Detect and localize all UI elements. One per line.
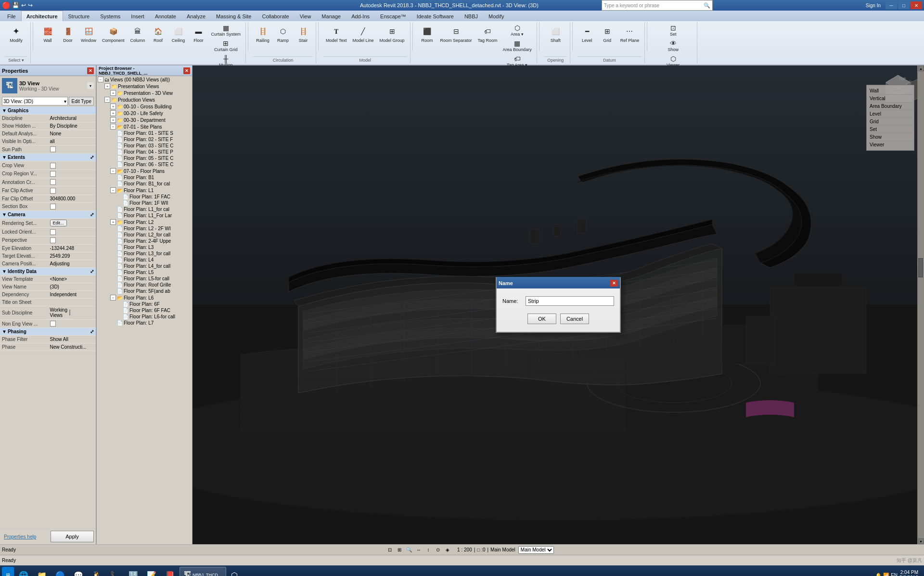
redo-icon[interactable]: ↪: [28, 2, 33, 9]
section-identity-data-header[interactable]: ▼ Identity Data ⤢: [0, 268, 96, 275]
tree-item-fp-02-site-f[interactable]: 📄 Floor Plan: 02 - SITE F: [97, 136, 192, 143]
section-phasing-header[interactable]: ▼ Phasing ⤢: [0, 328, 96, 335]
sub-discipline-checkbox[interactable]: [69, 310, 70, 315]
tree-expand-root[interactable]: −: [98, 77, 103, 82]
prop-default-analysis-value[interactable]: None: [48, 130, 96, 138]
ribbon-btn-tag-room[interactable]: 🏷 Tag Room: [475, 23, 500, 44]
tree-expand-prodv[interactable]: −: [104, 97, 110, 103]
tree-item-fp-5f-and-ab[interactable]: 📄 Floor Plan: 5F(and ab: [97, 288, 192, 294]
ribbon-btn-area-boundary[interactable]: ▦ Area Boundary: [501, 39, 534, 53]
tree-expand-fp-l2[interactable]: +: [110, 219, 116, 225]
project-browser-close-btn[interactable]: ✕: [183, 67, 190, 74]
tree-item-fp-l7[interactable]: 📄 Floor Plan: L7: [97, 320, 192, 326]
ribbon-btn-curtain-grid[interactable]: ⊞ Curtain Grid: [209, 39, 243, 53]
tree-item-fp-6f-fac[interactable]: 📄 Floor Plan: 6F FAC: [97, 307, 192, 314]
perspective-checkbox[interactable]: [50, 237, 56, 243]
prop-sun-path-value[interactable]: [48, 145, 96, 154]
view-selector-dropdown[interactable]: 3D View: (3D) ▾: [2, 97, 68, 105]
tray-icon-1[interactable]: 🔔: [875, 573, 881, 576]
tab-annotate[interactable]: Annotate: [150, 11, 181, 21]
prop-title-on-sheet-value[interactable]: [48, 298, 96, 306]
tab-modify[interactable]: Modify: [483, 11, 509, 21]
tree-item-fp-03-site-c[interactable]: 📄 Floor Plan: 03 - SITE C: [97, 143, 192, 149]
tree-item-fp-l3[interactable]: 📄 Floor Plan: L3: [97, 244, 192, 250]
ribbon-btn-model-line[interactable]: ╱ Model Line: [350, 23, 376, 44]
search-icon[interactable]: 🔍: [704, 2, 710, 9]
properties-close-btn[interactable]: ✕: [87, 67, 94, 74]
ribbon-btn-window[interactable]: 🪟 Window: [78, 23, 99, 44]
section-graphics-header[interactable]: ▼ Graphics: [0, 107, 96, 114]
tree-item-root[interactable]: − 🗂 Views (00 NBBJ Views (all)): [97, 76, 192, 83]
tree-item-production-views[interactable]: − 📁 Production Views: [97, 96, 192, 103]
ribbon-btn-model-text[interactable]: 𝐓 Model Text: [323, 23, 349, 44]
taskbar-chrome-btn[interactable]: 🔵: [51, 567, 69, 576]
ribbon-btn-ramp[interactable]: ⬡ Ramp: [273, 23, 293, 44]
tree-item-fp-05-site-c[interactable]: 📄 Floor Plan: 05 - SITE C: [97, 155, 192, 161]
tree-item-fp-l2-2f-wi[interactable]: 📄 Floor Plan: L2 - 2F WI: [97, 225, 192, 232]
ribbon-btn-shaft[interactable]: ⬜ Shaft: [546, 23, 565, 44]
taskbar-folder-btn[interactable]: 📁: [33, 567, 51, 576]
section-extents-header[interactable]: ▼ Extents ⤢: [0, 154, 96, 161]
ribbon-btn-room-separator[interactable]: ⊟ Room Separator: [438, 23, 475, 44]
prop-eye-elevation-value[interactable]: -13244.248: [48, 244, 96, 252]
sign-in-btn[interactable]: Sign In: [866, 3, 881, 8]
view-ctrl-model-select[interactable]: Main Model: [518, 546, 554, 554]
tree-item-fp-1f-wii[interactable]: 📄 Floor Plan: 1F WII: [97, 200, 192, 206]
section-box-checkbox[interactable]: [50, 204, 56, 209]
properties-help-link[interactable]: Properties help: [2, 532, 38, 541]
ribbon-btn-ref-plane[interactable]: ⋯ Ref Plane: [618, 23, 642, 44]
view-ctrl-icon-1[interactable]: ⊡: [386, 546, 394, 554]
tree-item-fp-roof-grille[interactable]: 📄 Floor Plan: Roof Grille: [97, 282, 192, 288]
taskbar-skype-btn[interactable]: 📞: [106, 567, 124, 576]
tab-nbbj[interactable]: NBBJ: [459, 11, 483, 21]
ribbon-btn-ceiling[interactable]: ⬜ Ceiling: [169, 23, 188, 44]
tree-expand-fp-l6[interactable]: −: [110, 295, 116, 301]
tree-expand-pv[interactable]: +: [104, 83, 110, 89]
rendering-set-edit-btn[interactable]: Edit...: [50, 220, 67, 226]
tab-collaborate[interactable]: Collaborate: [257, 11, 294, 21]
ribbon-btn-roof[interactable]: 🏠 Roof: [149, 23, 168, 44]
view-ctrl-icon-4[interactable]: ↔: [415, 546, 423, 554]
tab-analyze[interactable]: Analyze: [181, 11, 211, 21]
prop-sub-discipline-value[interactable]: Working Views: [48, 306, 72, 319]
prop-target-elevati-value[interactable]: 2549.209: [48, 252, 96, 260]
tree-item-fp-2-4f-uppe[interactable]: 📄 Floor Plan: 2-4F Uppe: [97, 238, 192, 244]
locked-orient-checkbox[interactable]: [50, 229, 56, 235]
tree-item-fp-l1-for-lar[interactable]: 📄 Floor Plan: L1_For Lar: [97, 212, 192, 219]
crop-region-v-checkbox[interactable]: [50, 171, 56, 177]
prop-view-name-value[interactable]: (3D): [48, 283, 96, 290]
type-dropdown-btn[interactable]: ▾: [87, 82, 94, 89]
tree-expand-p3d[interactable]: +: [110, 90, 116, 96]
tree-expand-fp-l1[interactable]: −: [110, 187, 116, 193]
close-button[interactable]: ✕: [911, 1, 922, 9]
edit-type-button[interactable]: Edit Type: [69, 97, 94, 105]
taskbar-calculator-btn[interactable]: 🔢: [125, 567, 142, 576]
far-clip-active-checkbox[interactable]: [50, 188, 56, 194]
tree-item-fp-l1[interactable]: − 📂 Floor Plan: L1: [97, 187, 192, 194]
ribbon-btn-stair[interactable]: 🪜 Stair: [294, 23, 313, 44]
prop-discipline-value[interactable]: Architectural: [48, 115, 96, 122]
ribbon-btn-door[interactable]: 🚪 Door: [58, 23, 77, 44]
tree-item-07-01[interactable]: − 📂 07-01 - Site Plans: [97, 123, 192, 130]
tree-expand-00-30[interactable]: +: [110, 117, 116, 123]
tree-item-07-10[interactable]: − 📂 07-10 - Floor Plans: [97, 168, 192, 174]
tree-item-presentation-views[interactable]: + 📁 Presentation Views: [97, 83, 192, 90]
tree-item-fp-l2[interactable]: + 📁 Floor Plan: L2: [97, 219, 192, 225]
tree-item-fp-6f[interactable]: 📄 Floor Plan: 6F: [97, 301, 192, 307]
taskbar-ie-btn[interactable]: 🌐: [15, 567, 32, 576]
dialog-ok-btn[interactable]: OK: [527, 314, 556, 324]
prop-phase-filter-value[interactable]: Show All: [48, 336, 96, 343]
prop-phase-value[interactable]: New Constructi...: [48, 343, 96, 351]
ribbon-btn-floor[interactable]: ▬ Floor: [189, 23, 208, 44]
section-camera-header[interactable]: ▼ Camera ⤢: [0, 211, 96, 218]
ribbon-btn-model-group[interactable]: ⊞ Model Group: [377, 23, 407, 44]
maximize-button[interactable]: □: [898, 1, 910, 9]
tree-item-fp-l5-for-call[interactable]: 📄 Floor Plan: L5-for call: [97, 275, 192, 282]
view-ctrl-icon-5[interactable]: ↕: [424, 546, 432, 554]
ribbon-btn-grid[interactable]: ⊞ Grid: [598, 23, 617, 44]
tree-expand-07-10[interactable]: −: [110, 168, 116, 174]
tree-item-00-10[interactable]: + 📁 00-10 - Gross Building: [97, 103, 192, 110]
view-ctrl-icon-2[interactable]: ⊞: [396, 546, 403, 554]
ribbon-btn-modify[interactable]: ✦ Modify: [7, 23, 26, 44]
tree-item-fp-04-site-p[interactable]: 📄 Floor Plan: 04 - SITE P: [97, 149, 192, 155]
